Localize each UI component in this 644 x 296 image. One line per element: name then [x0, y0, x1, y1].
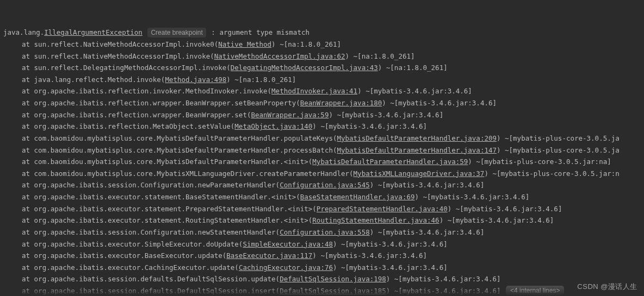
source-link[interactable]: BaseExecutor.java:117 [226, 251, 312, 260]
at-keyword: at [22, 75, 34, 84]
stack-frame-suffix: ) ~[mybatis-3.4.6.jar:3.4.6] [312, 251, 427, 260]
stack-frame: at org.apache.ibatis.executor.statement.… [3, 191, 644, 203]
source-link[interactable]: BeanWrapper.java:180 [300, 99, 382, 107]
at-keyword: at [22, 64, 34, 72]
stack-frame-suffix: ) ~[mybatis-3.4.6.jar:3.4.6] [386, 275, 501, 283]
stack-frame-text: com.baomidou.mybatisplus.core.MybatisXML… [34, 169, 354, 178]
stack-frame-suffix: ) ~[mybatis-3.4.6.jar:3.4.6] [333, 240, 448, 248]
source-link[interactable]: BeanWrapper.java:59 [251, 111, 329, 119]
stack-frame: at org.apache.ibatis.reflection.wrapper.… [3, 97, 644, 109]
source-link[interactable]: MybatisDefaultParameterHandler.java:209 [337, 134, 497, 142]
stack-frame: at org.apache.ibatis.executor.statement.… [3, 215, 644, 226]
collapsed-frames-chip[interactable]: <4 internal lines> [506, 286, 564, 295]
stack-frame-suffix: ) ~[na:1.8.0_261] [226, 75, 296, 84]
stack-frame: at org.apache.ibatis.executor.BaseExecut… [3, 250, 644, 262]
stack-frame: at org.apache.ibatis.executor.CachingExe… [3, 262, 644, 274]
stack-frame: at com.baomidou.mybatisplus.core.Mybatis… [3, 156, 644, 168]
exception-message: : argument type mismatch [211, 28, 309, 36]
at-keyword: at [22, 111, 34, 119]
stack-frame-text: org.apache.ibatis.executor.BaseExecutor.… [34, 251, 227, 260]
source-link[interactable]: CachingExecutor.java:76 [239, 263, 333, 272]
at-keyword: at [22, 240, 34, 248]
stack-frame-suffix: ) ~[mybatis-3.4.6.jar:3.4.6] [357, 87, 472, 95]
stack-frame: at sun.reflect.DelegatingMethodAccessorI… [3, 62, 644, 74]
exception-class-link[interactable]: IllegalArgumentException [44, 28, 143, 36]
stack-frame: at sun.reflect.NativeMethodAccessorImpl.… [3, 51, 644, 62]
at-keyword: at [22, 193, 34, 201]
at-keyword: at [22, 251, 34, 260]
stack-frame-text: org.apache.ibatis.reflection.MetaObject.… [34, 122, 235, 130]
stack-frame-suffix: ) ~[mybatis-3.4.6.jar:3.4.6] [370, 181, 485, 189]
source-link[interactable]: DelegatingMethodAccessorImpl.java:43 [231, 64, 378, 72]
at-keyword: at [22, 99, 34, 107]
stack-frame-text: org.apache.ibatis.executor.statement.Pre… [34, 205, 317, 213]
stack-frame-suffix: ) ~[na:1.8.0_261] [271, 40, 341, 48]
stack-frame: at com.baomidou.mybatisplus.core.Mybatis… [3, 133, 644, 144]
at-keyword: at [22, 122, 34, 130]
at-keyword: at [22, 275, 34, 283]
stack-frame: at sun.reflect.NativeMethodAccessorImpl.… [3, 39, 644, 51]
source-link[interactable]: Native Method [218, 40, 271, 48]
source-link[interactable]: Configuration.java:545 [280, 181, 370, 189]
stack-frame-suffix: ) ~[mybatis-3.4.6.jar:3.4.6] [439, 216, 554, 224]
stack-frame: at org.apache.ibatis.session.defaults.De… [3, 273, 644, 285]
source-link[interactable]: NativeMethodAccessorImpl.java:62 [214, 52, 345, 60]
source-link[interactable]: MybatisXMLLanguageDriver.java:37 [354, 169, 485, 178]
stack-frame-text: sun.reflect.DelegatingMethodAccessorImpl… [34, 64, 231, 72]
stack-frame-suffix: ) ~[mybatis-plus-core-3.0.5.ja [497, 134, 620, 142]
at-keyword: at [22, 158, 34, 166]
source-link[interactable]: MybatisDefaultParameterHandler.java:147 [337, 146, 497, 154]
stack-frame-text: org.apache.ibatis.executor.statement.Rou… [34, 216, 313, 224]
at-keyword: at [22, 40, 34, 48]
at-keyword: at [22, 228, 34, 236]
stack-frame-text: org.apache.ibatis.executor.statement.Bas… [34, 193, 300, 201]
source-link[interactable]: MybatisDefaultParameterHandler.java:59 [312, 158, 468, 166]
stack-frame-suffix: ) ~[mybatis-3.4.6.jar:3.4.6] [333, 263, 448, 272]
stack-frame-text: sun.reflect.NativeMethodAccessorImpl.inv… [34, 52, 214, 60]
console-output-pane[interactable]: java.lang.IllegalArgumentException Creat… [0, 0, 644, 296]
stack-frame-text: org.apache.ibatis.executor.SimpleExecuto… [34, 240, 243, 248]
stack-frame-text: org.apache.ibatis.reflection.wrapper.Bea… [34, 99, 300, 107]
stack-frame: at org.apache.ibatis.session.defaults.De… [3, 285, 644, 296]
stack-frame-suffix: ) ~[mybatis-3.4.6.jar:3.4.6] [329, 111, 443, 119]
stack-frame-text: org.apache.ibatis.executor.CachingExecut… [34, 263, 239, 272]
watermark-text: CSDN @漫话人生 [577, 281, 637, 293]
stack-frame-text: com.baomidou.mybatisplus.core.MybatisDef… [34, 134, 337, 142]
stack-frame-text: com.baomidou.mybatisplus.core.MybatisDef… [34, 146, 337, 154]
at-keyword: at [22, 216, 34, 224]
stack-frame-suffix: ) ~[mybatis-3.4.6.jar:3.4.6] [386, 287, 505, 295]
stack-frame-text: java.lang.reflect.Method.invoke( [34, 75, 165, 84]
stack-frame: at com.baomidou.mybatisplus.core.Mybatis… [3, 144, 644, 156]
source-link[interactable]: PreparedStatementHandler.java:40 [317, 205, 448, 213]
stack-frame-text: org.apache.ibatis.session.defaults.Defau… [34, 275, 280, 283]
stack-frame-suffix: ) ~[mybatis-3.4.6.jar:3.4.6] [370, 228, 485, 236]
stack-frame: at com.baomidou.mybatisplus.core.Mybatis… [3, 168, 644, 180]
stack-frame-suffix: ) ~[mybatis-plus-core-3.0.5.ja [497, 146, 620, 154]
stack-frame: at org.apache.ibatis.executor.statement.… [3, 203, 644, 215]
source-link[interactable]: Method.java:498 [165, 75, 226, 84]
source-link[interactable]: BaseStatementHandler.java:69 [300, 193, 415, 201]
source-link[interactable]: MetaObject.java:140 [234, 122, 312, 130]
stack-frame: at org.apache.ibatis.executor.SimpleExec… [3, 238, 644, 250]
at-keyword: at [22, 205, 34, 213]
stack-frame-suffix: ) ~[mybatis-3.4.6.jar:3.4.6] [312, 122, 427, 130]
source-link[interactable]: MethodInvoker.java:41 [271, 87, 357, 95]
at-keyword: at [22, 169, 34, 178]
create-breakpoint-inlay[interactable]: Create breakpoint [147, 28, 206, 37]
stack-frame-text: sun.reflect.NativeMethodAccessorImpl.inv… [34, 40, 219, 48]
source-link[interactable]: DefaultSqlSession.java:198 [280, 275, 386, 283]
at-keyword: at [22, 146, 34, 154]
stack-frame-suffix: ) ~[mybatis-3.4.6.jar:3.4.6] [414, 193, 529, 201]
source-link[interactable]: DefaultSqlSession.java:185 [280, 287, 386, 295]
stack-frame-text: org.apache.ibatis.session.defaults.Defau… [34, 287, 280, 295]
stack-frame: at java.lang.reflect.Method.invoke(Metho… [3, 74, 644, 86]
stack-frame-text: org.apache.ibatis.reflection.invoker.Met… [34, 87, 272, 95]
stack-frame-text: org.apache.ibatis.reflection.wrapper.Bea… [34, 111, 251, 119]
source-link[interactable]: Configuration.java:558 [280, 228, 370, 236]
source-link[interactable]: RoutingStatementHandler.java:46 [312, 216, 439, 224]
source-link[interactable]: SimpleExecutor.java:48 [243, 240, 333, 248]
stack-frame-suffix: ) ~[mybatis-3.4.6.jar:3.4.6] [382, 99, 497, 107]
at-keyword: at [22, 87, 34, 95]
stack-frame-suffix: ) ~[mybatis-3.4.6.jar:3.4.6] [448, 205, 562, 213]
stack-frame-suffix: ) ~[na:1.8.0_261] [345, 52, 415, 60]
